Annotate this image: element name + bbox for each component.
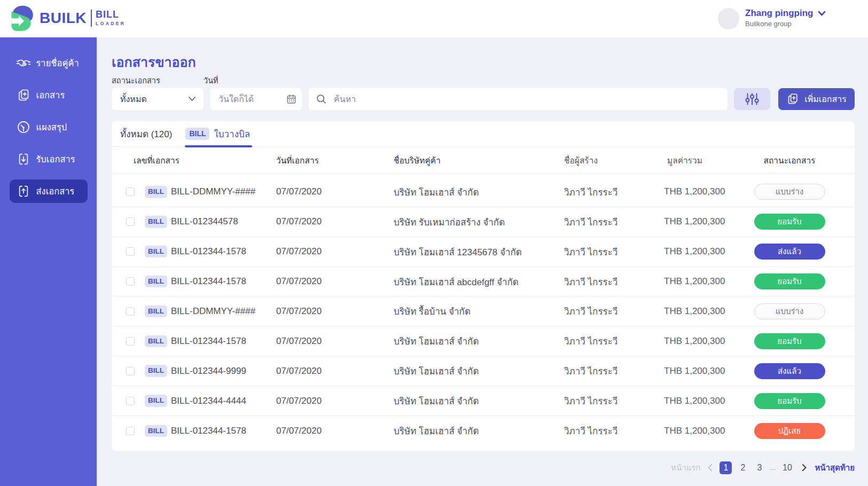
previous-page-chevron-icon[interactable] (707, 464, 713, 472)
search-input[interactable]: ค้นหา (309, 88, 728, 110)
status-badge: ยอมรับ (754, 333, 825, 349)
bill-type-badge: BILL (145, 276, 167, 288)
document-date: 07/07/2020 (276, 426, 394, 436)
bill-type-badge: BILL (145, 246, 167, 258)
row-checkbox[interactable] (126, 307, 135, 316)
tab-bill[interactable]: BILL ใบวางบิล (185, 121, 250, 146)
sidebar-item-label: รายชื่อคู่ค้า (36, 56, 79, 70)
add-document-button[interactable]: เพิ่มเอกสาร (778, 88, 855, 110)
status-badge: ปฏิเสธ (754, 423, 825, 439)
document-number: BILL-012344-1578 (171, 426, 246, 436)
creator-name: วิภาวี ไกรระวี (564, 334, 657, 348)
partner-company: บริษัท โฮมเฮาส์ จำกัด (394, 394, 564, 408)
table-row: BILL BILL-012344578 07/07/2020 บริษัท รั… (112, 207, 855, 237)
page-number[interactable]: 10 (781, 463, 793, 473)
page-title: เอกสารขาออก (112, 55, 855, 70)
document-number: BILL-012344-9999 (171, 366, 246, 377)
page-number[interactable]: 2 (737, 463, 748, 473)
column-header-creator: ชื่อผู้สร้าง (564, 154, 657, 167)
sidebar-item-dashboard[interactable]: แผงสรุป (10, 115, 88, 139)
next-page-chevron-icon[interactable] (802, 464, 807, 472)
row-checkbox[interactable] (126, 247, 135, 256)
document-number: BILL-012344578 (171, 216, 238, 227)
column-header-document-number: เลขที่เอกสาร (126, 154, 276, 167)
documents-card: ทั้งหมด (120) BILL ใบวางบิล เลขที่เอกสาร… (112, 121, 855, 451)
table-row: BILL BILL-012344-1578 07/07/2020 บริษัท … (112, 237, 855, 267)
sidebar-item-documents[interactable]: เอกสาร (10, 83, 88, 107)
partner-company: บริษัท โฮมเฮาส์ จำกัด (394, 185, 564, 199)
partner-company: บริษัท รื้อบ้าน จำกัด (394, 304, 564, 318)
table-row: BILL BILL-012344-9999 07/07/2020 บริษัท … (112, 356, 855, 386)
document-date: 07/07/2020 (276, 246, 394, 257)
total-value: THB 1,200,300 (657, 396, 737, 406)
document-date: 07/07/2020 (276, 366, 394, 377)
date-filter-placeholder: วันใดก็ได้ (218, 92, 254, 106)
status-badge: ยอมรับ (754, 214, 825, 230)
total-value: THB 1,200,300 (657, 246, 737, 257)
table-row: BILL BILL-DDMMYY-#### 07/07/2020 บริษัท … (112, 296, 855, 326)
status-badge: แบบร่าง (754, 184, 825, 200)
sidebar-item-receive-document[interactable]: รับเอกสาร (10, 147, 88, 171)
partner-company: บริษัท รับเหมาก่อสร้าง จำกัด (394, 215, 564, 229)
row-checkbox[interactable] (126, 277, 135, 286)
row-checkbox[interactable] (126, 187, 135, 196)
calendar-icon (286, 94, 296, 104)
bill-type-badge: BILL (145, 335, 167, 348)
bill-type-badge: BILL (145, 395, 167, 407)
status-badge: ส่งแล้ว (754, 244, 825, 260)
brand-product: BILL (96, 10, 126, 20)
sidebar-item-label: รับเอกสาร (36, 152, 75, 166)
user-name: Zhang pingping (745, 8, 813, 19)
date-filter-input[interactable]: วันใดก็ได้ (210, 88, 302, 110)
user-menu[interactable]: Zhang pingping Builkone group (718, 8, 826, 29)
first-page-button[interactable]: หน้าแรก (671, 461, 700, 474)
status-badge: ยอมรับ (754, 273, 825, 289)
total-value: THB 1,200,300 (657, 336, 737, 347)
page-number[interactable]: 3 (754, 463, 765, 473)
bill-type-badge: BILL (145, 305, 167, 318)
column-header-status: สถานะเอกสาร (737, 154, 842, 167)
total-value: THB 1,200,300 (657, 306, 737, 317)
table-row: BILL BILL-DDMMYY-#### 07/07/2020 บริษัท … (112, 177, 855, 207)
partner-company: บริษัท โฮมเฮาส์ จำกัด (394, 424, 564, 438)
row-checkbox[interactable] (126, 397, 135, 405)
status-badge: แบบร่าง (754, 303, 825, 319)
document-date: 07/07/2020 (276, 306, 394, 317)
bill-tab-badge: BILL (185, 128, 209, 140)
handshake-icon (16, 55, 31, 72)
sliders-icon (744, 92, 760, 106)
partner-company: บริษัท โฮมเฮาส์ 12345678 จำกัด (394, 245, 564, 259)
sidebar-item-send-document[interactable]: ส่งเอกสาร (10, 179, 88, 203)
date-filter-label: วันที่ (204, 76, 302, 85)
document-number: BILL-DDMMYY-#### (171, 306, 255, 317)
status-filter-label: สถานะเอกสาร (112, 76, 204, 85)
advanced-filter-button[interactable] (734, 88, 770, 110)
total-value: THB 1,200,300 (657, 186, 737, 197)
page-ellipsis: … (769, 464, 776, 472)
creator-name: วิภาวี ไกรระวี (564, 364, 657, 378)
date-filter-group: วันที่ วันใดก็ได้ (204, 76, 302, 110)
bill-type-badge: BILL (145, 216, 167, 228)
row-checkbox[interactable] (126, 337, 135, 346)
tab-all[interactable]: ทั้งหมด (120) (120, 121, 172, 146)
partner-company: บริษัท โฮมเฮาส์ abcdefgff จำกัด (394, 275, 564, 289)
bill-type-badge: BILL (145, 186, 167, 198)
page-number-active[interactable]: 1 (720, 461, 732, 474)
pagination: หน้าแรก 1 2 3 … 10 หน้าสุดท้าย (112, 461, 855, 474)
add-document-label: เพิ่มเอกสาร (804, 92, 847, 106)
send-document-icon (16, 184, 31, 198)
sidebar-item-handshake[interactable]: รายชื่อคู่ค้า (10, 51, 88, 75)
search-placeholder: ค้นหา (334, 92, 356, 106)
partner-company: บริษัท โฮมเฮาส์ จำกัด (394, 364, 564, 378)
status-filter-group: สถานะเอกสาร ทั้งหมด (112, 76, 204, 110)
bill-type-badge: BILL (145, 425, 167, 437)
document-number: BILL-012344-1578 (171, 276, 246, 287)
tabs: ทั้งหมด (120) BILL ใบวางบิล (112, 121, 855, 147)
total-value: THB 1,200,300 (657, 276, 737, 287)
sidebar-item-label: ส่งเอกสาร (36, 184, 75, 198)
row-checkbox[interactable] (126, 217, 135, 226)
row-checkbox[interactable] (126, 427, 135, 435)
row-checkbox[interactable] (126, 367, 135, 375)
status-filter-select[interactable]: ทั้งหมด (112, 88, 204, 110)
last-page-button[interactable]: หน้าสุดท้าย (815, 461, 855, 474)
